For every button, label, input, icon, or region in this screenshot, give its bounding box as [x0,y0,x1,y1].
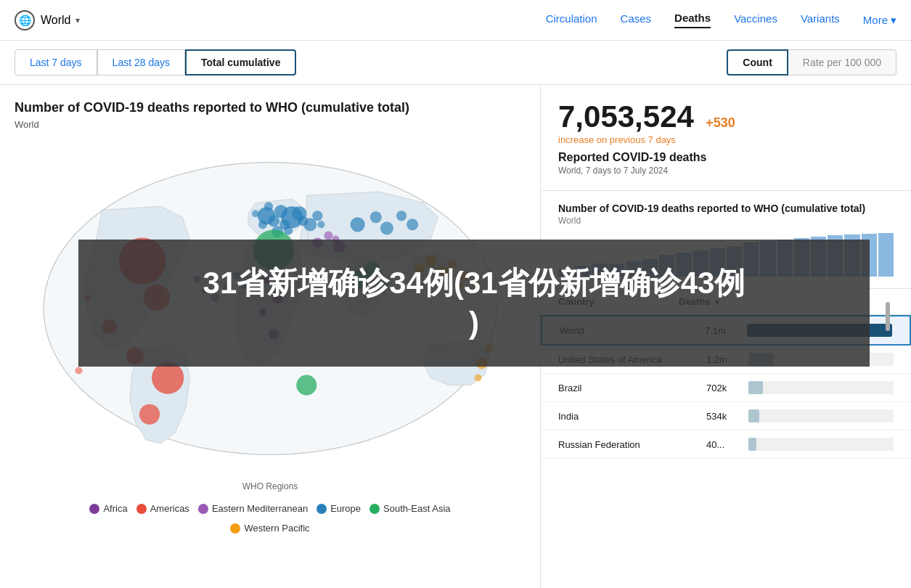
mini-bar-20 [878,233,894,277]
row-bar-russia [748,438,756,451]
stats-numbers-row: 7,053,524 +530 [558,99,894,134]
tab-last28days[interactable]: Last 28 days [97,49,185,75]
reported-label: Reported COVID-19 deaths [558,151,894,164]
row-bar-brazil [748,381,763,394]
svg-point-25 [370,212,382,224]
mini-chart-subtitle: World [558,216,894,226]
svg-point-26 [380,222,393,235]
svg-point-15 [258,221,267,229]
legend-western-pacific: Western Pacific [15,523,526,534]
legend-title: WHO Regions [15,481,526,491]
world-selector[interactable]: World ▾ [41,14,80,27]
map-legend: WHO Regions Africa Americas Eastern Medi… [15,481,526,534]
legend-africa-label: Africa [103,503,127,514]
svg-point-57 [296,375,316,396]
africa-color-dot [89,504,99,514]
svg-point-27 [396,211,407,221]
nav-circulation[interactable]: Circulation [546,12,597,28]
europe-color-dot [316,504,327,514]
table-row-brazil[interactable]: Brazil 702k [541,374,911,402]
nav-cases[interactable]: Cases [621,12,652,28]
header: 🌐 World ▾ Circulation Cases Deaths Vacci… [0,0,911,41]
more-chevron-icon: ▾ [891,14,896,27]
svg-point-24 [351,218,365,232]
svg-point-12 [268,216,279,227]
row-country-india: India [558,411,706,422]
mini-chart-title: Number of COVID-19 deaths reported to WH… [558,203,894,214]
svg-point-19 [252,211,259,218]
chevron-down-icon: ▾ [75,15,80,25]
globe-icon: 🌐 [15,10,35,30]
overlay-banner: 31省新增确诊34例(31省份新增确诊43例 ) [78,240,870,367]
legend-western-pacific-label: Western Pacific [244,523,309,534]
svg-point-20 [264,203,273,211]
rate-button[interactable]: Rate per 100 000 [788,49,896,75]
row-country-russia: Russian Federation [558,439,706,450]
legend-europe-label: Europe [330,503,361,514]
row-bar-container-india [748,409,894,422]
overlay-text: 31省新增确诊34例(31省份新增确诊43例 ) [203,264,745,343]
world-label: World [41,14,71,27]
header-left: 🌐 World ▾ [15,10,80,30]
legend-americas-label: Americas [150,503,189,514]
tabs-row: Last 7 days Last 28 days Total cumulativ… [0,41,911,85]
svg-point-22 [312,211,322,221]
view-mode-tabs: Count Rate per 100 000 [727,49,896,75]
row-bar-container-brazil [748,381,894,394]
svg-point-56 [75,367,82,375]
reported-sub: World, 7 days to 7 July 2024 [558,166,894,176]
table-row-russia[interactable]: Russian Federation 40... [541,430,911,459]
tab-last7days[interactable]: Last 7 days [15,49,97,75]
legend-southeast-asia-label: South-East Asia [383,503,451,514]
row-bar-container-russia [748,438,894,451]
eastern-med-color-dot [198,504,208,514]
header-nav: Circulation Cases Deaths Vaccines Varian… [546,12,896,28]
western-pacific-color-dot [230,523,240,534]
svg-point-28 [407,219,418,231]
row-deaths-india: 534k [706,411,743,422]
svg-point-60 [475,375,482,382]
time-tabs: Last 7 days Last 28 days Total cumulativ… [15,49,296,75]
row-deaths-brazil: 702k [706,383,743,393]
legend-eastern-med-label: Eastern Mediterranean [212,503,308,514]
big-number: 7,053,524 [558,99,694,134]
legend-europe: Europe [316,503,361,514]
table-row-india[interactable]: India 534k [541,402,911,430]
increase-value: +530 [706,115,735,130]
legend-southeast-asia: South-East Asia [369,503,451,514]
tab-total-cumulative[interactable]: Total cumulative [185,49,296,75]
nav-more[interactable]: More ▾ [863,14,896,27]
svg-point-23 [317,221,324,229]
americas-color-dot [136,504,147,514]
row-country-brazil: Brazil [558,383,706,393]
count-button[interactable]: Count [727,49,788,75]
nav-deaths[interactable]: Deaths [674,12,711,28]
legend-americas: Americas [136,503,189,514]
scrollbar-thumb[interactable] [886,302,890,331]
southeast-asia-color-dot [369,504,380,514]
row-deaths-russia: 40... [706,439,743,450]
nav-vaccines[interactable]: Vaccines [734,12,777,28]
legend-africa: Africa [89,503,127,514]
svg-point-4 [152,362,184,394]
svg-point-5 [139,404,160,425]
stats-box: 7,053,524 +530 increase on previous 7 da… [541,85,911,191]
row-bar-india [748,409,759,422]
map-chart-title: Number of COVID-19 deaths reported to WH… [15,99,526,116]
nav-variants[interactable]: Variants [801,12,840,28]
legend-eastern-med: Eastern Mediterranean [198,503,308,514]
increase-label: increase on previous 7 days [558,134,894,145]
map-chart-subtitle: World [15,119,526,130]
